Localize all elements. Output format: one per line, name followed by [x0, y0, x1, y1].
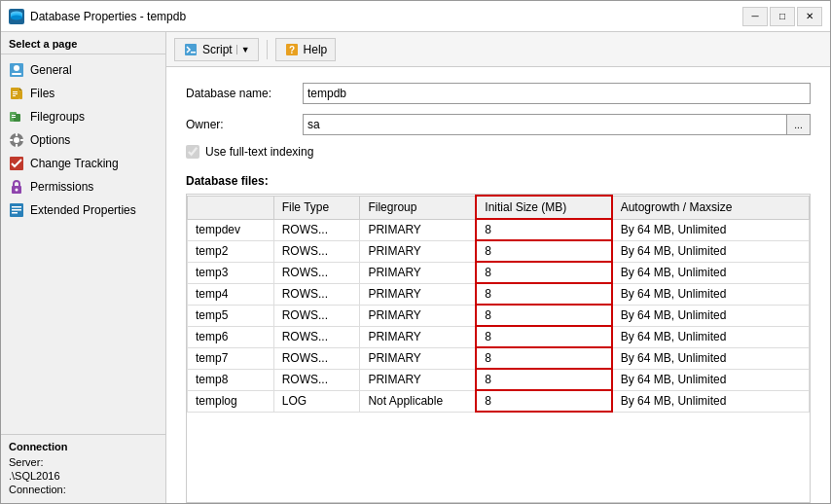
cell-1: ROWS... [273, 347, 360, 369]
close-button[interactable]: ✕ [797, 7, 822, 26]
svg-rect-23 [20, 139, 23, 141]
content-area: Select a page General [1, 32, 830, 503]
cell-0: temp3 [188, 262, 274, 283]
cell-2: PRIMARY [360, 283, 476, 305]
options-icon [9, 132, 24, 148]
fulltext-row: Use full-text indexing [186, 145, 811, 159]
table-row[interactable]: tempdevROWS...PRIMARY8By 64 MB, Unlimite… [188, 219, 810, 240]
sidebar-item-general-label: General [30, 63, 72, 77]
sidebar-item-filegroups[interactable]: Filegroups [1, 105, 165, 128]
cell-0: temp2 [188, 240, 274, 262]
connection-server-value: .\SQL2016 [9, 470, 158, 482]
svg-rect-29 [12, 209, 21, 211]
cell-0: tempdev [188, 219, 274, 240]
col-initialsize: Initial Size (MB) [476, 196, 611, 219]
help-icon: ? [284, 42, 300, 57]
general-icon [9, 62, 24, 78]
table-row[interactable]: templogLOGNot Applicable8By 64 MB, Unlim… [188, 390, 810, 412]
table-row[interactable]: temp8ROWS...PRIMARY8By 64 MB, Unlimited [188, 369, 810, 390]
cell-0: temp8 [188, 369, 274, 390]
svg-rect-16 [12, 115, 16, 116]
script-icon [183, 42, 199, 57]
sidebar-connection: Connection Server: .\SQL2016 Connection: [1, 434, 165, 503]
cell-2: PRIMARY [360, 219, 476, 240]
script-button[interactable]: Script ▼ [174, 38, 259, 61]
table-row[interactable]: temp7ROWS...PRIMARY8By 64 MB, Unlimited [188, 347, 810, 369]
cell-1: ROWS... [273, 326, 360, 347]
cell-2: PRIMARY [360, 240, 476, 262]
minimize-button[interactable]: ─ [742, 7, 768, 26]
cell-3: 8 [476, 326, 611, 347]
connection-server-label: Server: [9, 456, 158, 468]
form-area: Database name: Owner: ... Use full-text … [166, 67, 830, 174]
table-header: File Type Filegroup Initial Size (MB) Au… [188, 196, 810, 219]
db-files-table: File Type Filegroup Initial Size (MB) Au… [187, 195, 810, 413]
help-button[interactable]: ? Help [275, 38, 337, 61]
table-row[interactable]: temp4ROWS...PRIMARY8By 64 MB, Unlimited [188, 283, 810, 305]
main-panel: Script ▼ ? Help Database name: [166, 32, 830, 503]
svg-rect-32 [191, 52, 196, 54]
db-name-input[interactable] [303, 83, 811, 104]
cell-2: PRIMARY [360, 305, 476, 326]
cell-3: 8 [476, 347, 611, 369]
table-row[interactable]: temp5ROWS...PRIMARY8By 64 MB, Unlimited [188, 305, 810, 326]
table-row[interactable]: temp2ROWS...PRIMARY8By 64 MB, Unlimited [188, 240, 810, 262]
db-name-label: Database name: [186, 87, 303, 100]
files-icon [9, 86, 24, 101]
owner-browse-button[interactable]: ... [787, 114, 811, 135]
sidebar-item-files[interactable]: Files [1, 82, 165, 105]
svg-rect-28 [12, 206, 21, 208]
sidebar-item-options-label: Options [30, 133, 70, 147]
cell-3: 8 [476, 305, 611, 326]
cell-1: ROWS... [273, 283, 360, 305]
cell-1: ROWS... [273, 240, 360, 262]
cell-2: PRIMARY [360, 369, 476, 390]
sidebar-items: General Files [1, 54, 165, 434]
fulltext-label: Use full-text indexing [205, 145, 313, 159]
cell-4: By 64 MB, Unlimited [612, 369, 810, 390]
table-row[interactable]: temp6ROWS...PRIMARY8By 64 MB, Unlimited [188, 326, 810, 347]
sidebar-item-general[interactable]: General [1, 58, 165, 82]
app-icon [9, 9, 24, 24]
cell-4: By 64 MB, Unlimited [612, 240, 810, 262]
svg-rect-30 [12, 212, 18, 214]
connection-connection-label: Connection: [9, 484, 158, 495]
sidebar-item-permissions-label: Permissions [30, 180, 93, 194]
cell-3: 8 [476, 390, 611, 412]
svg-rect-20 [16, 133, 18, 136]
cell-0: templog [188, 390, 274, 412]
title-bar-left: Database Properties - tempdb [9, 9, 186, 24]
table-row[interactable]: temp3ROWS...PRIMARY8By 64 MB, Unlimited [188, 262, 810, 283]
svg-point-4 [11, 15, 22, 19]
filegroups-icon [9, 109, 24, 125]
col-filegroup: Filegroup [360, 196, 476, 219]
sidebar-item-extended[interactable]: Extended Properties [1, 198, 165, 222]
db-files-table-container[interactable]: File Type Filegroup Initial Size (MB) Au… [186, 194, 811, 503]
sidebar-item-changetracking[interactable]: Change Tracking [1, 152, 165, 175]
cell-2: Not Applicable [360, 390, 476, 412]
sidebar-item-permissions[interactable]: Permissions [1, 175, 165, 198]
sidebar-item-extended-label: Extended Properties [30, 203, 136, 217]
cell-4: By 64 MB, Unlimited [612, 326, 810, 347]
toolbar-separator [267, 40, 268, 59]
maximize-button[interactable]: □ [770, 7, 795, 26]
svg-rect-12 [13, 93, 18, 94]
title-bar: Database Properties - tempdb ─ □ ✕ [1, 1, 830, 32]
cell-3: 8 [476, 369, 611, 390]
svg-rect-21 [16, 144, 18, 147]
cell-3: 8 [476, 219, 611, 240]
sidebar-item-options[interactable]: Options [1, 128, 165, 152]
window-controls: ─ □ ✕ [742, 7, 822, 26]
owner-row: Owner: ... [186, 114, 811, 135]
database-properties-window: Database Properties - tempdb ─ □ ✕ Selec… [0, 0, 831, 504]
owner-input[interactable] [303, 114, 787, 135]
cell-1: LOG [273, 390, 360, 412]
svg-point-26 [16, 189, 18, 192]
toolbar: Script ▼ ? Help [166, 32, 830, 67]
script-dropdown-arrow[interactable]: ▼ [236, 45, 250, 54]
cell-1: ROWS... [273, 369, 360, 390]
cell-4: By 64 MB, Unlimited [612, 390, 810, 412]
cell-0: temp7 [188, 347, 274, 369]
fulltext-checkbox[interactable] [186, 145, 199, 159]
cell-3: 8 [476, 283, 611, 305]
